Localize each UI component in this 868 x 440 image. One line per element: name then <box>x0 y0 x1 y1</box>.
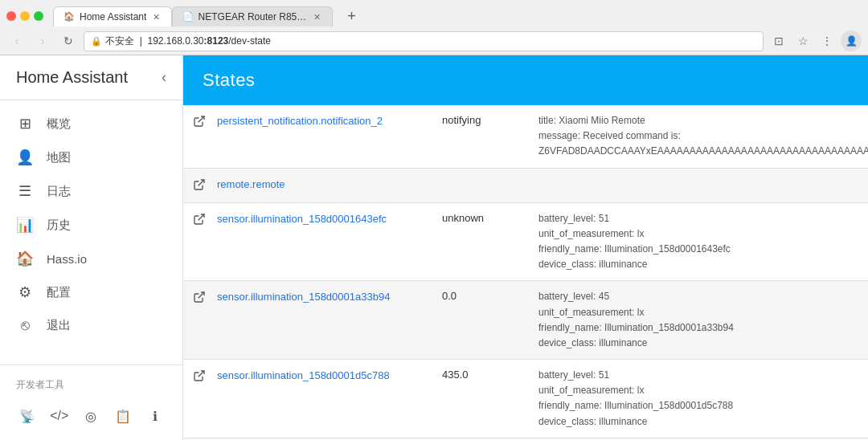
state-value <box>442 177 538 177</box>
url-host: 192.168.0.30 <box>147 35 203 47</box>
tab-tab1[interactable]: 🏠 Home Assistant × <box>53 6 172 26</box>
entity-link[interactable]: persistent_notification.notification_2 <box>217 115 383 127</box>
sidebar-item-map[interactable]: 👤 地图 <box>0 141 182 174</box>
new-tab-button[interactable]: + <box>341 5 363 27</box>
sidebar-item-config[interactable]: ⚙ 配置 <box>0 275 182 309</box>
tab-tab2[interactable]: 📄 NETGEAR Router R8500 × <box>172 6 333 26</box>
tab-title: NETGEAR Router R8500 <box>199 11 308 22</box>
sidebar-item-label: 配置 <box>47 285 71 300</box>
title-bar: 🏠 Home Assistant × 📄 NETGEAR Router R850… <box>0 0 868 27</box>
refresh-button[interactable]: ↻ <box>58 31 79 51</box>
dev-tool-service[interactable]: 📡 <box>13 401 42 430</box>
sidebar: Home Assistant ‹ ⊞ 概览 👤 地图 ☰ 日志 📊 历史 🏠 H… <box>0 55 183 440</box>
dev-tools-label: 开发者工具 <box>0 372 182 398</box>
state-attributes: battery_level: 51unit_of_measurement: lx… <box>538 368 858 430</box>
window-close-btn[interactable] <box>6 11 16 21</box>
dev-tool-info[interactable]: 📋 <box>108 401 137 430</box>
url-path: /dev-state <box>228 35 271 47</box>
menu-button[interactable]: ⋮ <box>817 31 837 51</box>
tab-close-button[interactable]: × <box>151 11 161 22</box>
map-icon: 👤 <box>16 149 34 166</box>
state-entity: remote.remote <box>217 177 442 191</box>
tab-title: Home Assistant <box>80 11 146 22</box>
page-header: States <box>183 55 868 105</box>
state-open-icon[interactable] <box>193 211 217 229</box>
table-row: remote.remote <box>183 169 868 203</box>
sidebar-title: Home Assistant <box>16 68 128 87</box>
logout-icon: ⎋ <box>16 317 34 334</box>
sidebar-item-hassio[interactable]: 🏠 Hass.io <box>0 242 182 275</box>
state-value: notifying <box>442 113 538 126</box>
state-value: 0.0 <box>442 289 538 302</box>
state-attributes: title: Xiaomi Miio Remotemessage: Receiv… <box>538 113 868 160</box>
table-row: persistent_notification.notification_2 n… <box>183 105 868 169</box>
url-port: :8123 <box>204 35 229 47</box>
hassio-icon: 🏠 <box>16 250 34 267</box>
tab-close-button[interactable]: × <box>312 11 321 22</box>
browser-chrome: 🏠 Home Assistant × 📄 NETGEAR Router R850… <box>0 0 868 55</box>
sidebar-item-logout[interactable]: ⎋ 退出 <box>0 309 182 342</box>
state-entity: sensor.illumination_158d0001a33b94 <box>217 289 442 304</box>
state-open-icon[interactable] <box>193 177 217 194</box>
svg-line-4 <box>199 371 204 377</box>
state-attributes: battery_level: 51unit_of_measurement: lx… <box>538 211 858 273</box>
tab-favicon: 📄 <box>182 11 194 22</box>
window-controls <box>6 11 43 21</box>
tabs-bar: 🏠 Home Assistant × 📄 NETGEAR Router R850… <box>53 6 333 26</box>
state-entity: sensor.illumination_158d0001643efc <box>217 211 442 226</box>
state-entity: persistent_notification.notification_2 <box>217 113 442 128</box>
dev-tools-icons: 📡</>◎📋ℹ <box>0 398 182 434</box>
entity-link[interactable]: sensor.illumination_158d0001a33b94 <box>217 291 390 303</box>
sidebar-toggle-button[interactable]: ‹ <box>162 69 166 86</box>
security-icon: 🔒 <box>91 36 102 47</box>
state-value: unknown <box>442 211 538 224</box>
sidebar-item-overview[interactable]: ⊞ 概览 <box>0 107 182 141</box>
window-maximize-btn[interactable] <box>34 11 43 21</box>
entity-link[interactable]: sensor.illumination_158d0001643efc <box>217 213 387 225</box>
dev-tool-template[interactable]: </> <box>45 401 74 430</box>
sidebar-item-log[interactable]: ☰ 日志 <box>0 174 182 208</box>
sidebar-nav: ⊞ 概览 👤 地图 ☰ 日志 📊 历史 🏠 Hass.io ⚙ 配置 ⎋ 退出 <box>0 100 182 365</box>
page-header-title: States <box>203 70 255 90</box>
tab-favicon: 🏠 <box>63 11 75 22</box>
sidebar-item-history[interactable]: 📊 历史 <box>0 208 182 242</box>
forward-button[interactable]: › <box>32 31 53 51</box>
state-value: 435.0 <box>442 368 538 381</box>
app-layout: Home Assistant ‹ ⊞ 概览 👤 地图 ☰ 日志 📊 历史 🏠 H… <box>0 55 868 440</box>
log-icon: ☰ <box>16 182 34 200</box>
svg-line-3 <box>199 292 204 298</box>
url-protocol: 不安全 <box>105 35 134 47</box>
sidebar-item-label: 退出 <box>47 318 71 333</box>
url-bar[interactable]: 🔒 不安全 | 192.168.0.30:8123/dev-state <box>84 31 764 51</box>
back-button[interactable]: ‹ <box>6 31 27 51</box>
state-attributes: battery_level: 45unit_of_measurement: lx… <box>538 289 858 351</box>
dev-tool-mqtt[interactable]: ◎ <box>77 401 106 430</box>
url-text: 不安全 | 192.168.0.30:8123/dev-state <box>105 35 756 48</box>
entity-link[interactable]: remote.remote <box>217 178 285 190</box>
sidebar-item-label: 概览 <box>47 116 71 132</box>
svg-line-1 <box>199 180 204 185</box>
states-table: persistent_notification.notification_2 n… <box>183 105 868 440</box>
dev-tool-about[interactable]: ℹ <box>141 401 170 430</box>
bookmark-button[interactable]: ☆ <box>792 31 813 51</box>
profile-button[interactable]: 👤 <box>841 31 862 51</box>
sidebar-item-label: 历史 <box>47 218 71 233</box>
sidebar-item-label: Hass.io <box>47 252 87 266</box>
browser-actions: ⊡ ☆ ⋮ 👤 <box>768 31 862 51</box>
svg-line-2 <box>199 214 204 220</box>
overview-icon: ⊞ <box>16 115 34 132</box>
history-icon: 📊 <box>16 216 34 234</box>
svg-line-0 <box>199 116 204 122</box>
state-open-icon[interactable] <box>193 368 217 385</box>
cast-button[interactable]: ⊡ <box>768 31 789 51</box>
state-open-icon[interactable] <box>193 113 217 131</box>
sidebar-item-label: 地图 <box>47 150 71 165</box>
entity-link[interactable]: sensor.illumination_158d0001d5c788 <box>217 369 390 381</box>
table-row: sensor.illumination_158d0001a33b94 0.0 b… <box>183 281 868 360</box>
table-row: sensor.illumination_158d0001d5c788 435.0… <box>183 360 868 438</box>
config-icon: ⚙ <box>16 283 34 301</box>
state-open-icon[interactable] <box>193 289 217 307</box>
sidebar-header: Home Assistant ‹ <box>0 55 182 100</box>
state-entity: sensor.illumination_158d0001d5c788 <box>217 368 442 382</box>
window-minimize-btn[interactable] <box>20 11 30 21</box>
